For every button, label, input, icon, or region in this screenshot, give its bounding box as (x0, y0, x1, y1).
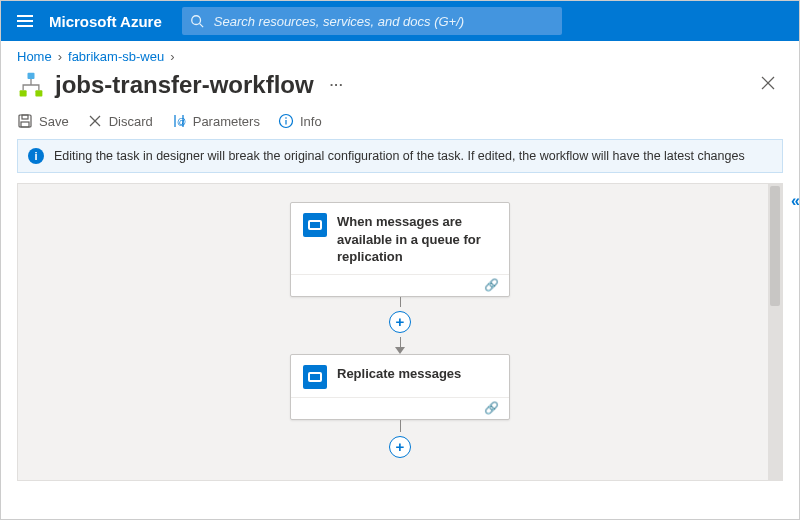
chevron-right-icon: › (170, 49, 174, 64)
svg-point-0 (192, 16, 201, 25)
chevron-right-icon: › (58, 49, 62, 64)
svg-line-1 (199, 24, 203, 28)
svg-rect-4 (35, 90, 42, 96)
link-icon: 🔗 (484, 401, 499, 415)
overflow-menu-button[interactable]: ··· (330, 77, 344, 92)
trigger-node-title: When messages are available in a queue f… (337, 213, 497, 266)
svg-rect-9 (21, 122, 29, 127)
trigger-node[interactable]: When messages are available in a queue f… (290, 202, 510, 297)
action-node-title: Replicate messages (337, 365, 461, 383)
hamburger-menu-button[interactable] (1, 1, 49, 41)
logic-app-icon (17, 71, 45, 99)
info-label: Info (300, 114, 322, 129)
parameters-label: Parameters (193, 114, 260, 129)
workflow-flow: When messages are available in a queue f… (18, 184, 782, 462)
service-bus-icon (303, 365, 327, 389)
discard-button[interactable]: Discard (87, 113, 153, 129)
collapse-panel-button[interactable]: « (791, 192, 800, 210)
global-search-input[interactable] (212, 13, 554, 30)
add-step-button[interactable]: + (389, 436, 411, 458)
azure-top-bar: Microsoft Azure (1, 1, 799, 41)
info-banner: i Editing the task in designer will brea… (17, 139, 783, 173)
info-button[interactable]: Info (278, 113, 322, 129)
svg-text:@: @ (177, 117, 186, 127)
designer-canvas[interactable]: « When messages are available in a queue… (17, 183, 783, 481)
brand-label: Microsoft Azure (49, 13, 162, 30)
service-bus-icon (303, 213, 327, 237)
global-search[interactable] (182, 7, 562, 35)
action-node[interactable]: Replicate messages 🔗 (290, 354, 510, 420)
svg-point-14 (285, 117, 287, 119)
connector-1: + (389, 297, 411, 354)
arrow-down-icon (395, 347, 405, 354)
info-icon (278, 113, 294, 129)
breadcrumb-home[interactable]: Home (17, 49, 52, 64)
discard-label: Discard (109, 114, 153, 129)
info-banner-text: Editing the task in designer will break … (54, 149, 745, 163)
svg-rect-8 (22, 115, 28, 119)
hamburger-icon (17, 15, 33, 27)
canvas-scroll-area[interactable]: When messages are available in a queue f… (18, 184, 782, 480)
parameters-button[interactable]: @ Parameters (171, 113, 260, 129)
discard-icon (87, 113, 103, 129)
svg-rect-3 (20, 90, 27, 96)
svg-rect-2 (28, 72, 35, 78)
breadcrumb-parent[interactable]: fabrikam-sb-weu (68, 49, 164, 64)
save-button[interactable]: Save (17, 113, 69, 129)
connector-2: + (389, 420, 411, 462)
command-bar: Save Discard @ Parameters Info (1, 107, 799, 139)
title-row: jobs-transfer-workflow ··· (1, 68, 799, 107)
save-icon (17, 113, 33, 129)
close-blade-button[interactable] (753, 70, 783, 99)
save-label: Save (39, 114, 69, 129)
info-banner-icon: i (28, 148, 44, 164)
parameters-icon: @ (171, 113, 187, 129)
add-step-button[interactable]: + (389, 311, 411, 333)
search-icon (190, 14, 204, 28)
breadcrumb: Home › fabrikam-sb-weu › (1, 41, 799, 68)
link-icon: 🔗 (484, 278, 499, 292)
page-title: jobs-transfer-workflow (55, 71, 314, 99)
